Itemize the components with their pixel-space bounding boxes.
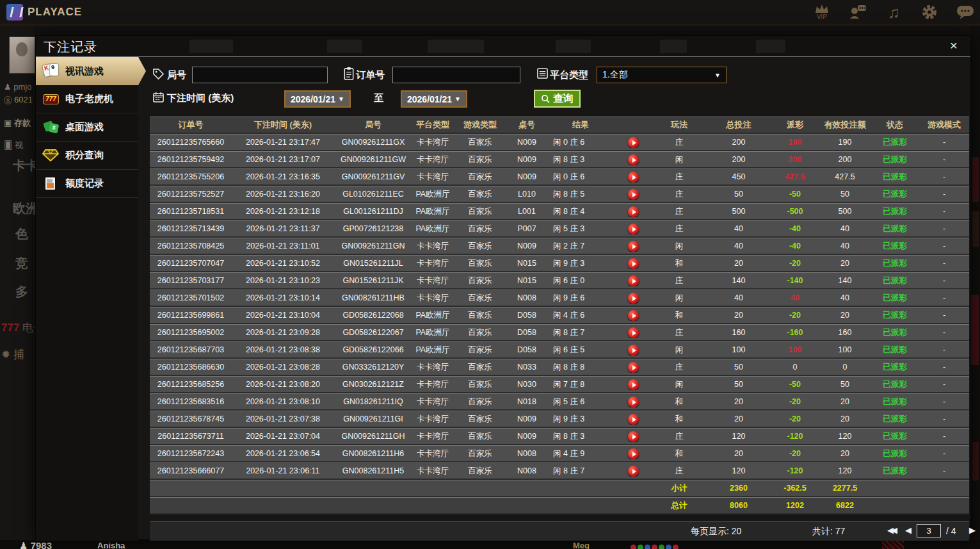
table-row: 2601212357070472026-01-21 23:10:52GN0152… bbox=[150, 255, 969, 272]
cell-order: 260121235703177 bbox=[150, 276, 232, 285]
bg-nav-europe: 欧洲 bbox=[13, 200, 38, 217]
cell-round: GD05826122067 bbox=[334, 328, 412, 337]
per-page-text: 每页显示: 20 bbox=[691, 526, 741, 537]
round-number-input[interactable] bbox=[192, 67, 328, 83]
cell-table-no: L001 bbox=[507, 207, 547, 216]
tab-table-games[interactable]: $ 桌面游戏 bbox=[36, 113, 138, 142]
cell-status: 已派彩 bbox=[871, 431, 919, 442]
cell-table-no: N008 bbox=[507, 449, 547, 458]
replay-play-button[interactable] bbox=[628, 241, 639, 252]
replay-play-button[interactable] bbox=[628, 397, 639, 407]
replay-play-button[interactable] bbox=[628, 431, 639, 442]
replay-play-button[interactable] bbox=[628, 448, 639, 459]
cell-total-bet: 20 bbox=[707, 311, 771, 320]
replay-play-button[interactable] bbox=[628, 379, 639, 390]
cell-replay bbox=[615, 137, 652, 148]
cell-round: GN015261211JL bbox=[334, 259, 412, 268]
cell-total-bet: 50 bbox=[707, 363, 771, 372]
replay-play-button[interactable] bbox=[628, 327, 639, 338]
totals-valid: 2277.5 bbox=[819, 484, 871, 493]
diamond-icon bbox=[42, 148, 60, 163]
cell-order: 260121235687703 bbox=[150, 345, 232, 354]
replay-play-button[interactable] bbox=[628, 154, 639, 165]
replay-play-button[interactable] bbox=[628, 189, 639, 200]
vip-crown-icon[interactable]: VIP bbox=[812, 3, 831, 22]
cell-result: 闲 6 庄 0 bbox=[547, 275, 615, 286]
replay-play-button[interactable] bbox=[628, 293, 639, 304]
cell-status: 已派彩 bbox=[871, 414, 919, 425]
close-icon[interactable]: × bbox=[946, 38, 961, 53]
tab-quota-records[interactable]: 额度记录 bbox=[36, 170, 138, 198]
tab-points-query[interactable]: 积分查询 bbox=[36, 142, 138, 170]
first-page-icon[interactable]: ◀◀ bbox=[887, 525, 895, 535]
prev-page-icon[interactable]: ◀ bbox=[905, 525, 912, 535]
cell-platform: PA欧洲厅 bbox=[412, 206, 453, 217]
cell-replay bbox=[615, 293, 652, 304]
replay-play-button[interactable] bbox=[628, 258, 639, 269]
cell-total-bet: 20 bbox=[707, 414, 771, 423]
next-page-icon[interactable]: ▶ bbox=[969, 525, 976, 535]
cell-play-type: 闲 bbox=[652, 154, 707, 165]
cell-time: 2026-01-21 23:10:04 bbox=[232, 311, 334, 320]
customer-service-icon[interactable] bbox=[848, 3, 867, 22]
cell-game-mode: - bbox=[919, 259, 969, 268]
cell-payout: -20 bbox=[771, 449, 819, 458]
date-from-picker[interactable]: 2026/01/21 ▼ bbox=[284, 90, 351, 108]
date-to-picker[interactable]: 2026/01/21 ▼ bbox=[401, 90, 467, 108]
replay-play-button[interactable] bbox=[628, 224, 639, 234]
query-button[interactable]: 查询 bbox=[534, 90, 581, 108]
cell-time: 2026-01-21 23:06:11 bbox=[232, 466, 334, 475]
platform-type-select[interactable]: 1.全部 ▼ bbox=[597, 67, 727, 83]
replay-play-button[interactable] bbox=[628, 345, 639, 356]
cell-order: 260121235683516 bbox=[150, 397, 232, 406]
cell-game-type: 百家乐 bbox=[453, 137, 507, 148]
modal-footer: 每页显示: 20 共计: 77 ◀◀ ◀ / 4 ▶ ▶▶ bbox=[150, 521, 969, 541]
table-row: 2601212357031772026-01-21 23:10:23GN0152… bbox=[150, 272, 969, 290]
bg-pattern bbox=[882, 540, 904, 549]
replay-play-button[interactable] bbox=[628, 206, 639, 217]
cell-status: 已派彩 bbox=[871, 154, 919, 165]
cell-platform: 卡卡湾厅 bbox=[412, 172, 453, 183]
cell-replay bbox=[615, 362, 652, 373]
cell-total-bet: 40 bbox=[707, 293, 771, 302]
bg-nav-duo: 多 bbox=[15, 283, 28, 300]
replay-play-button[interactable] bbox=[628, 275, 639, 286]
cell-payout: -20 bbox=[771, 311, 819, 320]
cell-total-bet: 50 bbox=[707, 380, 771, 389]
cell-platform: 卡卡湾厅 bbox=[412, 362, 453, 373]
column-header: 平台类型 bbox=[412, 119, 453, 131]
cell-payout: 100 bbox=[771, 345, 819, 354]
replay-play-button[interactable] bbox=[628, 172, 639, 183]
cell-result: 闲 7 庄 8 bbox=[547, 379, 615, 390]
replay-play-button[interactable] bbox=[628, 362, 639, 373]
cell-game-mode: - bbox=[919, 293, 969, 302]
cell-replay bbox=[615, 327, 652, 338]
music-icon[interactable]: ♫ bbox=[884, 3, 903, 22]
cell-status: 已派彩 bbox=[871, 172, 919, 183]
cell-replay bbox=[615, 189, 652, 200]
cell-total-bet: 450 bbox=[707, 172, 771, 181]
replay-play-button[interactable] bbox=[628, 137, 639, 148]
column-header: 结果 bbox=[547, 119, 615, 131]
cell-payout: -40 bbox=[771, 224, 819, 233]
chat-icon[interactable] bbox=[956, 3, 975, 22]
cell-result: 闲 9 庄 3 bbox=[547, 414, 615, 425]
tab-slots[interactable]: 777 电子老虎机 bbox=[36, 85, 138, 113]
cell-result: 闲 9 庄 6 bbox=[547, 293, 615, 304]
cell-round: GN009261211GW bbox=[334, 155, 412, 164]
settings-gear-icon[interactable] bbox=[920, 3, 939, 22]
column-header: 派彩 bbox=[771, 119, 819, 131]
cell-game-mode: - bbox=[919, 466, 969, 475]
cell-replay bbox=[615, 466, 652, 477]
replay-play-button[interactable] bbox=[628, 414, 639, 425]
cell-game-type: 百家乐 bbox=[453, 327, 507, 338]
order-number-input[interactable] bbox=[392, 67, 520, 83]
replay-play-button[interactable] bbox=[628, 466, 639, 477]
cell-order: 260121235759492 bbox=[150, 155, 232, 164]
cell-round: GL001261211DJ bbox=[334, 207, 412, 216]
replay-play-button[interactable] bbox=[628, 310, 639, 321]
cell-order: 260121235718531 bbox=[150, 207, 232, 216]
tab-video-games[interactable]: K9 视讯游戏 bbox=[36, 57, 146, 85]
page-number-input[interactable] bbox=[917, 524, 941, 537]
cell-result: 闲 8 庄 8 bbox=[547, 362, 615, 373]
